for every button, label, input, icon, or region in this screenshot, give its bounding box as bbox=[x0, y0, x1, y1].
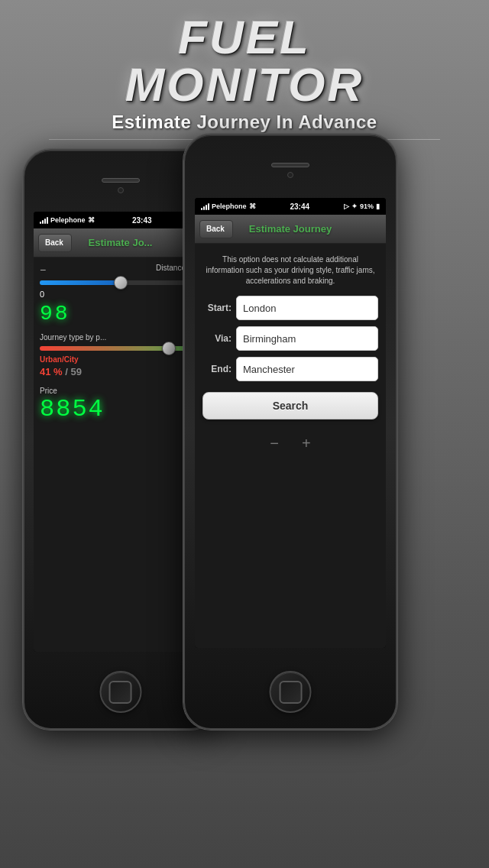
search-button[interactable]: Search bbox=[202, 392, 378, 419]
home-button-left[interactable] bbox=[99, 671, 141, 713]
app-header: FUEL MONITOR Estimate Journey In Advance bbox=[0, 0, 489, 147]
carrier-left: Pelephone bbox=[50, 216, 86, 224]
battery-percent-right: 91% bbox=[360, 202, 374, 210]
status-left-info: Pelephone ⌘ bbox=[40, 216, 95, 224]
location-icon: ▷ bbox=[344, 202, 349, 210]
home-button-inner-left bbox=[109, 681, 132, 704]
wifi-icon-right: ⌘ bbox=[249, 202, 256, 210]
bottom-controls-right: − + bbox=[202, 435, 378, 452]
phone-right: Pelephone ⌘ 23:44 ▷ ✦ 91% ▮ Back Estimat… bbox=[183, 134, 397, 730]
nav-bar-right: Back Estimate Journey bbox=[195, 215, 386, 244]
distance-value: 0 bbox=[40, 290, 201, 299]
status-right-battery: ▷ ✦ 91% ▮ bbox=[344, 202, 380, 210]
app-title: FUEL MONITOR bbox=[0, 14, 489, 108]
camera-right bbox=[287, 172, 293, 178]
camera-left bbox=[118, 187, 124, 193]
digital-reading: 98 bbox=[40, 302, 201, 326]
signal-icon bbox=[40, 216, 48, 224]
journey-type-section: Journey type by p... Urban/City 41 % / 5… bbox=[40, 333, 201, 377]
nav-title-right: Estimate Journey bbox=[249, 223, 332, 235]
distance-slider-thumb[interactable] bbox=[114, 276, 128, 290]
via-label: Via: bbox=[202, 333, 232, 344]
screen-right: Pelephone ⌘ 23:44 ▷ ✦ 91% ▮ Back Estimat… bbox=[195, 198, 386, 648]
start-input[interactable]: London bbox=[236, 296, 378, 320]
end-input[interactable]: Manchester bbox=[236, 357, 378, 381]
status-right-info: Pelephone ⌘ bbox=[201, 202, 256, 210]
via-input[interactable]: Birmingham bbox=[236, 326, 378, 351]
status-bar-left: Pelephone ⌘ 23:43 ▮▮▮ bbox=[34, 212, 207, 228]
home-button-right[interactable] bbox=[270, 671, 312, 713]
left-screen-content: − Distance in K 0 98 Journey type by p..… bbox=[34, 257, 207, 652]
start-label: Start: bbox=[202, 303, 232, 313]
battery-icon-right: ▮ bbox=[376, 202, 380, 210]
minus-control[interactable]: − bbox=[270, 435, 279, 452]
phones-container: Pelephone ⌘ 23:43 ▮▮▮ Back Estimate Jo..… bbox=[0, 134, 489, 867]
carrier-right: Pelephone bbox=[212, 202, 247, 210]
distance-slider-fill bbox=[40, 280, 121, 285]
plus-control[interactable]: + bbox=[302, 435, 311, 452]
back-button-right[interactable]: Back bbox=[199, 220, 233, 238]
wifi-icon-left: ⌘ bbox=[88, 216, 95, 224]
price-section: Price 8854 bbox=[40, 387, 201, 423]
price-label: Price bbox=[40, 387, 201, 395]
time-left: 23:43 bbox=[132, 216, 152, 225]
journey-slider-thumb[interactable] bbox=[162, 342, 176, 355]
speaker-left bbox=[102, 178, 140, 183]
form-row-via: Via: Birmingham bbox=[202, 326, 378, 351]
form-row-end: End: Manchester bbox=[202, 357, 378, 381]
distance-slider-track bbox=[40, 280, 201, 285]
bluetooth-icon: ✦ bbox=[351, 202, 358, 210]
screen-left: Pelephone ⌘ 23:43 ▮▮▮ Back Estimate Jo..… bbox=[34, 212, 207, 652]
status-bar-right: Pelephone ⌘ 23:44 ▷ ✦ 91% ▮ bbox=[195, 198, 386, 215]
form-row-start: Start: London bbox=[202, 296, 378, 320]
nav-bar-left: Back Estimate Jo... bbox=[34, 228, 207, 257]
right-screen-content: This option does not calculate additiona… bbox=[195, 244, 386, 648]
urban-label: Urban/City bbox=[40, 355, 201, 364]
journey-type-label: Journey type by p... bbox=[40, 333, 201, 342]
distance-section: − Distance in K 0 98 bbox=[40, 264, 201, 326]
home-button-inner-right bbox=[279, 681, 302, 704]
app-subtitle: Estimate Journey In Advance bbox=[0, 112, 489, 133]
info-text: This option does not calculate additiona… bbox=[202, 254, 378, 287]
signal-icon-right bbox=[201, 202, 209, 210]
nav-title-left: Estimate Jo... bbox=[89, 237, 153, 248]
phone-top-right bbox=[185, 135, 396, 196]
price-display: 8854 bbox=[40, 395, 201, 423]
speaker-right bbox=[271, 163, 309, 167]
time-right: 23:44 bbox=[290, 202, 309, 211]
journey-slider-track bbox=[40, 346, 201, 351]
back-button-left[interactable]: Back bbox=[38, 234, 72, 252]
percentage-display: 41 % / 59 bbox=[40, 366, 201, 377]
end-label: End: bbox=[202, 364, 232, 374]
